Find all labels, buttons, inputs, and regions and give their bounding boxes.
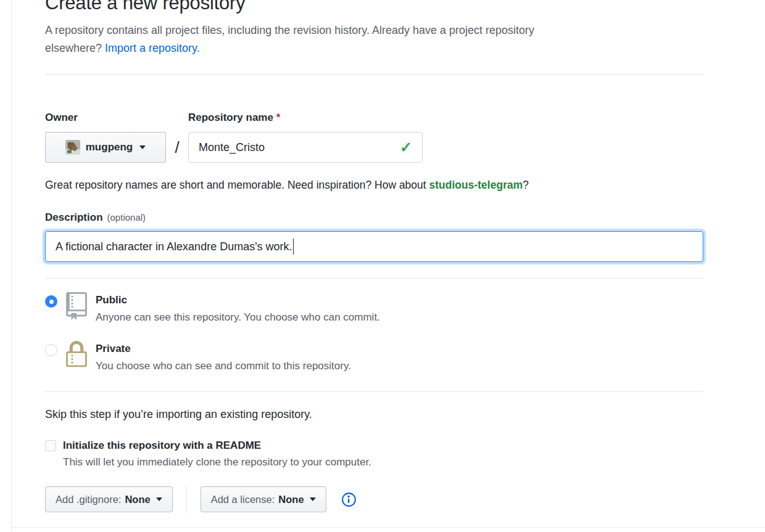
info-icon[interactable] [341,492,357,507]
hint-prefix: Great repository names are short and mem… [45,179,429,191]
readme-checkbox[interactable] [45,440,56,451]
description-optional-tag: (optional) [107,212,146,223]
public-radio[interactable] [45,295,57,308]
repository-name-input[interactable]: Monte_Cristo ✓ [188,132,423,163]
vertical-divider [186,486,187,513]
gitignore-prefix: Add .gitignore: [56,494,121,505]
repository-name-label: Repository name [188,112,273,123]
owner-value: mugpeng [86,141,133,153]
page-title: Create a new repository [45,0,703,14]
description-input[interactable]: A fictional character in Alexandre Dumas… [45,231,703,262]
gitignore-dropdown-button[interactable]: Add .gitignore: None [45,486,173,512]
owner-avatar [65,140,80,155]
hint-suffix: ? [523,179,529,191]
description-label: Description [45,211,103,223]
create-repository-form: Create a new repository A repository con… [45,0,703,513]
owner-select-button[interactable]: mugpeng [45,132,166,163]
chevron-down-icon [310,497,316,501]
subtitle-line-2: elsewhere? Import a repository. [45,39,703,57]
owner-repo-labels-row: Owner Repository name* [45,112,703,124]
public-option-label: Public [96,292,380,308]
divider-visibility [45,278,703,279]
repo-book-icon [65,292,88,325]
visibility-option-public[interactable]: Public Anyone can see this repository. Y… [45,292,703,325]
text-cursor [293,239,294,255]
import-repository-link[interactable]: Import a repository. [105,42,200,54]
repository-name-hint: Great repository names are short and mem… [45,179,703,192]
valid-check-icon: ✓ [400,139,412,156]
window-left-border [11,0,12,532]
private-radio[interactable] [45,344,57,356]
readme-label: Initialize this repository with a README [63,440,261,452]
init-actions-row: Add .gitignore: None Add a license: None [45,486,703,513]
license-value: None [278,494,304,505]
subtitle-line-2-prefix: elsewhere? [45,42,105,54]
private-option-description: You choose who can see and commit to thi… [96,358,351,374]
page-subtitle: A repository contains all project files,… [45,22,703,57]
repository-name-value: Monte_Cristo [199,141,265,154]
private-option-label: Private [96,341,351,356]
readme-checkbox-row[interactable]: Initialize this repository with a README [45,440,703,452]
divider-init [45,391,703,392]
description-label-row: Description(optional) [45,211,703,224]
readme-note: This will let you immediately clone the … [63,456,703,469]
subtitle-line-1: A repository contains all project files,… [45,22,703,39]
suggested-name[interactable]: studious-telegram [429,179,523,191]
visibility-option-private[interactable]: Private You choose who can see and commi… [45,341,703,374]
chevron-down-icon [139,145,146,149]
owner-repo-controls-row: mugpeng / Monte_Cristo ✓ [45,132,703,163]
required-asterisk: * [276,112,280,123]
public-option-description: Anyone can see this repository. You choo… [96,309,380,325]
divider-top [45,74,703,75]
description-value: A fictional character in Alexandre Dumas… [56,240,292,253]
owner-repo-separator: / [166,138,188,157]
lock-icon [65,341,88,374]
chevron-down-icon [156,497,162,501]
license-dropdown-button[interactable]: Add a license: None [201,486,326,512]
owner-label: Owner [45,112,78,123]
license-prefix: Add a license: [211,494,275,505]
gitignore-value: None [125,494,150,505]
skip-step-note: Skip this step if you’re importing an ex… [45,408,703,421]
section-bottom-divider [11,527,765,528]
